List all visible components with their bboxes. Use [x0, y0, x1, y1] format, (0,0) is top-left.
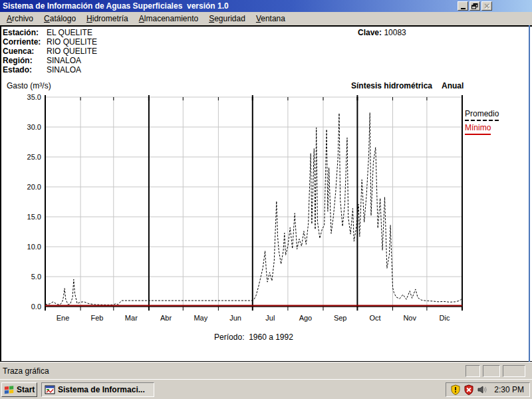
- restore-icon: [471, 3, 478, 9]
- app-window: Sistema de Información de Aguas Superfic…: [0, 0, 532, 399]
- window-title: Sistema de Información de Aguas Superfic…: [0, 1, 229, 11]
- month-label-11: Nov: [403, 314, 416, 322]
- menu-seguridad[interactable]: Seguridad: [203, 13, 251, 25]
- minimize-icon: [461, 8, 466, 9]
- month-label-3: Mar: [125, 314, 138, 322]
- y-tick-label: 25.0: [27, 153, 41, 161]
- security-error-shield-icon[interactable]: [464, 384, 474, 395]
- app-icon: [45, 384, 55, 395]
- title-bar: Sistema de Información de Aguas Superfic…: [0, 0, 532, 12]
- taskbar: Start Sistema de Informaci...: [0, 379, 532, 399]
- status-panel: [483, 365, 500, 377]
- client-area: Estación:EL QUELITE Corriente:RIO QUELIT…: [0, 25, 532, 362]
- start-label: Start: [17, 385, 35, 394]
- volume-icon[interactable]: [477, 384, 487, 395]
- month-label-9: Sep: [334, 314, 347, 322]
- month-label-5: May: [194, 314, 207, 322]
- y-tick-label: 0.0: [31, 303, 41, 311]
- task-button-label: Sistema de Informaci...: [58, 385, 145, 394]
- status-panel: [466, 365, 480, 377]
- system-tray: 2:30 PM: [446, 382, 530, 397]
- close-icon: ✕: [483, 3, 489, 9]
- y-tick-label: 20.0: [27, 183, 41, 191]
- menu-catalogo[interactable]: Catálogo: [39, 13, 81, 25]
- restore-button[interactable]: [469, 1, 480, 11]
- menu-ventana[interactable]: Ventana: [251, 13, 291, 25]
- y-tick-label: 10.0: [27, 243, 41, 251]
- month-label-12: Dic: [440, 314, 450, 322]
- month-label-1: Ene: [57, 314, 70, 322]
- month-label-4: Abr: [160, 314, 172, 322]
- menu-hidrometria[interactable]: Hidrometría: [81, 13, 134, 25]
- legend-minimo: Mínimo: [465, 123, 491, 135]
- legend-promedio: Promedio: [465, 109, 499, 121]
- promedio-line: [45, 112, 462, 305]
- month-label-6: Jun: [229, 314, 241, 322]
- status-panel: [503, 365, 525, 377]
- window-right-border: [529, 25, 530, 362]
- status-panels: [466, 365, 525, 377]
- y-tick-label: 5.0: [31, 273, 41, 281]
- menu-archivo[interactable]: Archivo: [1, 13, 39, 25]
- task-button-sistema[interactable]: Sistema de Informaci...: [41, 382, 154, 397]
- status-text: Traza gráfica: [0, 366, 49, 376]
- month-label-8: Ago: [299, 314, 313, 322]
- period-caption: Período: 1960 a 1992: [45, 332, 462, 342]
- taskbar-clock[interactable]: 2:30 PM: [490, 385, 524, 394]
- windows-flag-icon: [4, 384, 15, 395]
- month-label-7: Jul: [265, 314, 275, 322]
- month-label-10: Oct: [369, 314, 380, 322]
- y-tick-label: 35.0: [27, 93, 41, 101]
- y-tick-label: 30.0: [27, 123, 41, 131]
- month-label-2: Feb: [90, 314, 103, 322]
- close-button[interactable]: ✕: [481, 1, 492, 11]
- start-button[interactable]: Start: [1, 382, 37, 397]
- chart-canvas: 0.05.010.015.020.025.030.035.0EneFebMarA…: [1, 27, 531, 362]
- security-alert-shield-icon[interactable]: [450, 384, 461, 395]
- y-tick-label: 15.0: [27, 213, 41, 221]
- menu-bar: Archivo Catálogo Hidrometría Almacenamie…: [0, 12, 532, 25]
- chart-legend: Promedio Mínimo: [465, 109, 499, 137]
- menu-almacenamiento[interactable]: Almacenamiento: [134, 13, 203, 25]
- minimize-button[interactable]: [458, 1, 468, 11]
- status-bar: Traza gráfica: [0, 362, 532, 379]
